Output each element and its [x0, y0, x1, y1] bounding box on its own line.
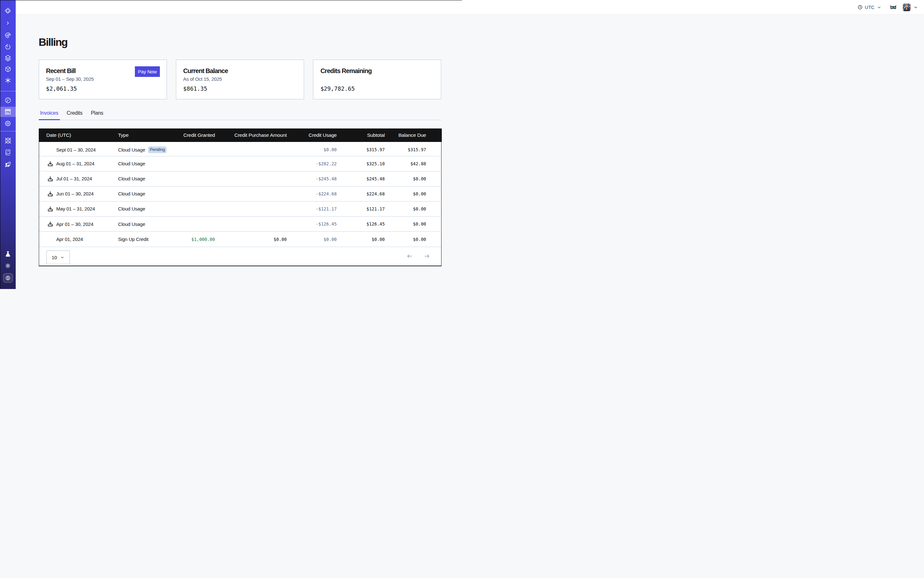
card-title: Current Balance: [183, 67, 297, 75]
download-icon: [47, 191, 53, 197]
invoice-row: Aug 01 – 31, 2024Cloud Usage-$282.22$325…: [39, 156, 442, 171]
cell-subtotal: $224.68: [337, 186, 385, 201]
cell-balance_due: $0.00: [385, 186, 442, 201]
sidebar-item-layers[interactable]: [0, 55, 16, 61]
cell-credit_purchase: [215, 142, 287, 156]
window-edge-top: [0, 0, 462, 0]
lifebuoy-icon: [5, 138, 11, 144]
current-balance-amount: $861.35: [183, 85, 297, 92]
flask-icon: [5, 251, 11, 257]
sidebar-item-docs[interactable]: [0, 150, 16, 155]
cell-subtotal: $126.45: [337, 217, 385, 232]
sidebar-divider-2: [0, 131, 16, 132]
layers-icon: [5, 54, 11, 62]
sidebar-item-observe[interactable]: [0, 33, 16, 39]
cell-credit_usage: -$126.45: [287, 217, 337, 232]
arrow-right-icon: [424, 253, 430, 259]
download-invoice-button[interactable]: [47, 161, 53, 167]
chevron-right-icon: [5, 21, 10, 26]
sidebar-item-theme[interactable]: [0, 263, 16, 268]
cell-balance_due: $0.00: [385, 201, 442, 216]
column-header: Credit Usage: [287, 129, 337, 142]
pay-now-button[interactable]: Pay Now: [135, 66, 160, 77]
download-icon: [47, 221, 53, 227]
sidebar-expand-button[interactable]: [0, 21, 16, 26]
sidebar-item-connections[interactable]: [0, 78, 16, 83]
sidebar-item-labs[interactable]: [0, 252, 16, 257]
invoice-type: Cloud Usage: [118, 191, 145, 196]
recent-bill-amount: $2,061.35: [46, 85, 159, 92]
sidebar-item-settings[interactable]: [0, 121, 16, 126]
tab-plans[interactable]: Plans: [89, 110, 105, 120]
invoice-type: Cloud Usage: [118, 221, 145, 227]
prev-page-button[interactable]: [407, 253, 412, 259]
cell-credit_granted: $1,000.00: [173, 232, 215, 247]
sidebar: [0, 0, 16, 289]
invoice-date: Sept 01 – 30, 2024: [57, 147, 96, 153]
cell-credit_purchase: [215, 156, 287, 171]
invoices-table: Date (UTC)TypeCredit GrantedCredit Purch…: [39, 128, 442, 266]
cell-credit_usage: -$224.68: [287, 186, 337, 201]
download-icon: [47, 206, 53, 212]
cell-subtotal: $315.97: [337, 142, 385, 156]
invoice-date: Jul 01 – 31, 2024: [57, 176, 92, 181]
cell-credit_usage: -$282.22: [287, 156, 337, 171]
cell-credit_granted: [173, 156, 215, 171]
chevron-down-icon: [60, 255, 64, 260]
invoice-type: Cloud Usage: [118, 161, 145, 166]
invoice-row: Sept 01 – 30, 2024Cloud UsagePending$0.0…: [39, 142, 442, 156]
sidebar-item-rocket[interactable]: [0, 162, 16, 167]
cell-credit_granted: [173, 201, 215, 216]
next-page-button[interactable]: [424, 253, 430, 259]
card-period: Sep 01 – Sep 30, 2025: [46, 76, 159, 82]
book-sparkles-icon: [5, 149, 11, 156]
download-icon: [47, 176, 53, 182]
sidebar-item-billing[interactable]: [0, 109, 16, 114]
download-invoice-button[interactable]: [47, 191, 53, 197]
cell-credit_purchase: [215, 201, 287, 216]
cell-credit_granted: [173, 217, 215, 232]
cell-balance_due: $0.00: [385, 171, 442, 186]
invoice-type: Cloud Usage: [118, 206, 145, 211]
column-header: Balance Due: [385, 129, 442, 142]
credits-remaining-card: Credits Remaining $29,782.65: [313, 60, 441, 99]
billing-card-icon: [5, 109, 11, 114]
cell-credit_usage: -$245.48: [287, 171, 337, 186]
invoice-row: May 01 – 31, 2024Cloud Usage-$121.17$121…: [39, 201, 442, 216]
window-edge-left: [0, 0, 0, 289]
cell-credit_usage: $0.00: [287, 232, 337, 247]
sidebar-divider-1: [0, 91, 16, 91]
sidebar-item-support[interactable]: [0, 138, 16, 143]
astro-logo-icon[interactable]: [0, 8, 16, 13]
cell-balance_due: $42.88: [385, 156, 442, 171]
invoice-type: Sign Up Credit: [118, 237, 149, 242]
invoice-row: Jul 01 – 31, 2024Cloud Usage-$245.48$245…: [39, 171, 442, 186]
column-header: Credit Purchase Amount: [215, 129, 287, 142]
page-size-value: 10: [52, 255, 57, 260]
cube-icon: [5, 66, 11, 73]
sidebar-item-timer[interactable]: [0, 44, 16, 50]
sidebar-item-usage[interactable]: [0, 98, 16, 103]
cell-credit_granted: [173, 186, 215, 201]
tab-credits[interactable]: Credits: [65, 110, 84, 120]
cell-credit_usage: -$121.17: [287, 201, 337, 216]
download-invoice-button[interactable]: [47, 206, 53, 212]
invoice-date: May 01 – 31, 2024: [57, 206, 95, 211]
sidebar-item-cube[interactable]: [0, 67, 16, 72]
page-title: Billing: [39, 36, 68, 49]
recent-bill-card: Recent Bill Sep 01 – Sep 30, 2025 $2,061…: [39, 60, 167, 99]
cell-credit_purchase: [215, 171, 287, 186]
download-invoice-button[interactable]: [47, 176, 53, 182]
sidebar-item-credits-promo[interactable]: [3, 273, 13, 283]
column-header: Date (UTC): [39, 129, 118, 142]
tab-invoices[interactable]: Invoices: [39, 110, 60, 120]
invoice-date: Apr 01 – 30, 2024: [57, 221, 94, 227]
download-invoice-button[interactable]: [47, 221, 53, 227]
cell-balance_due: $315.97: [385, 142, 442, 156]
invoice-type: Cloud Usage: [118, 176, 145, 181]
credits-remaining-amount: $29,782.65: [320, 85, 434, 92]
card-title: Credits Remaining: [320, 67, 434, 75]
timer-icon: [5, 44, 11, 50]
invoice-date: Aug 01 – 31, 2024: [57, 161, 94, 166]
page-size-select[interactable]: 10: [47, 250, 70, 264]
